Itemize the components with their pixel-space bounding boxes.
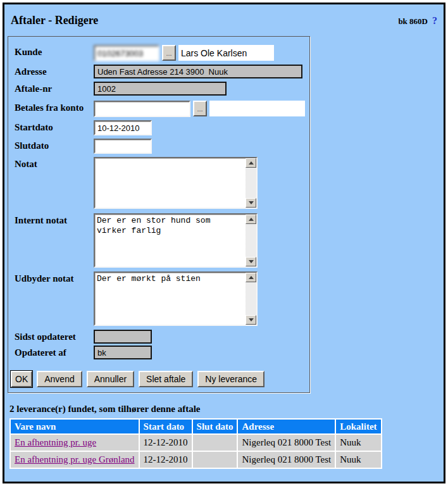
vare-navn-cell: En afhentning pr. uge: [11, 435, 139, 451]
leverance-link[interactable]: En afhentning pr. uge: [15, 437, 96, 447]
scroll-down-button[interactable]: [246, 257, 256, 266]
arrow-up-icon: [249, 218, 254, 221]
opdateret-af-label: Opdateret af: [11, 346, 94, 358]
button-row: OK Anvend Annuller Slet aftale Ny levera…: [11, 371, 307, 387]
form-row-notat: Notat: [11, 157, 307, 209]
annuller-button[interactable]: Annuller: [87, 371, 134, 387]
kunde-label: Kunde: [11, 45, 94, 58]
form-row-internt-notat: Internt notat: [11, 213, 307, 268]
column-header-start-dato: Start dato: [140, 420, 192, 433]
scroll-up-button[interactable]: [246, 273, 256, 282]
internt-notat-scrollbar: [246, 215, 256, 266]
table-row: En afhentning pr. uge Grønland 12-12-201…: [11, 452, 381, 468]
scroll-down-button[interactable]: [246, 198, 256, 208]
betales-fra-konto-name-field: [209, 101, 305, 116]
betales-fra-konto-label: Betales fra konto: [11, 101, 94, 113]
kunde-lookup-button[interactable]: ...: [162, 45, 176, 61]
form-row-startdato: Startdato: [11, 120, 307, 135]
udbyder-notat-textarea[interactable]: [95, 273, 246, 325]
form-row-betales-fra-konto: Betales fra konto ...: [11, 101, 307, 117]
start-dato-cell: 12-12-2010: [140, 452, 192, 468]
anvend-button[interactable]: Anvend: [37, 371, 82, 387]
startdato-label: Startdato: [11, 120, 94, 133]
ny-leverance-button[interactable]: Ny leverance: [197, 371, 264, 387]
scroll-up-button[interactable]: [246, 215, 256, 224]
betales-fra-konto-lookup-button[interactable]: ...: [193, 101, 207, 116]
adresse-cell: Nigerleq 021 8000 Test: [238, 435, 335, 451]
kunde-name-field: [178, 45, 274, 61]
notat-textarea[interactable]: [95, 158, 246, 208]
form-row-slutdato: Slutdato: [11, 139, 307, 154]
results-summary: 2 leverance(r) fundet, som tilhører denn…: [9, 404, 440, 414]
form-row-adresse: Adresse Uden Fast Adresse 214 3900 Nuuk: [11, 65, 307, 78]
leverance-table: Vare navn Start dato Slut dato Adresse L…: [9, 418, 382, 469]
column-header-slut-dato: Slut dato: [193, 420, 237, 433]
slutdato-input[interactable]: [94, 139, 152, 154]
scroll-up-button[interactable]: [246, 158, 256, 168]
form-row-aftale-nr: Aftale-nr 1002: [11, 82, 307, 96]
arrow-down-icon: [249, 260, 254, 263]
form-row-udbyder-notat: Udbyder notat: [11, 271, 307, 326]
slet-aftale-button[interactable]: Slet aftale: [139, 371, 193, 387]
scroll-down-button[interactable]: [246, 315, 256, 325]
main-panel: Aftaler - Redigere bk 860D ? Kunde ... A…: [3, 3, 445, 483]
arrow-down-icon: [249, 318, 254, 321]
scrollbar-track[interactable]: [246, 282, 256, 315]
udbyder-notat-textarea-wrapper: [94, 271, 258, 326]
aftale-nr-label: Aftale-nr: [11, 82, 94, 94]
form-row-opdateret-af: Opdateret af bk: [11, 346, 307, 359]
form-row-kunde: Kunde ...: [11, 45, 307, 61]
notat-scrollbar: [246, 158, 256, 208]
form-row-sidst-opdateret: Sidst opdateret: [11, 330, 307, 344]
start-dato-cell: 12-12-2010: [140, 435, 192, 451]
scrollbar-track[interactable]: [246, 168, 256, 198]
column-header-vare-navn: Vare navn: [11, 420, 139, 433]
arrow-up-icon: [249, 161, 254, 165]
slut-dato-cell: [193, 435, 237, 451]
adresse-field: Uden Fast Adresse 214 3900 Nuuk: [94, 65, 302, 78]
arrow-down-icon: [249, 201, 254, 204]
scrollbar-track[interactable]: [246, 224, 256, 257]
header-right: bk 860D ?: [398, 15, 437, 27]
column-header-adresse: Adresse: [238, 420, 335, 433]
slutdato-label: Slutdato: [11, 139, 94, 151]
notat-label: Notat: [11, 157, 94, 170]
help-icon[interactable]: ?: [432, 15, 437, 27]
internt-notat-label: Internt notat: [11, 213, 94, 226]
udbyder-notat-scrollbar: [246, 273, 256, 325]
lokalitet-cell: Nuuk: [336, 435, 380, 451]
header: Aftaler - Redigere bk 860D ?: [8, 4, 440, 27]
internt-notat-textarea-wrapper: [94, 213, 258, 268]
sidst-opdateret-field: [94, 330, 152, 344]
page-title: Aftaler - Redigere: [11, 14, 98, 27]
notat-textarea-wrapper: [94, 157, 258, 209]
udbyder-notat-label: Udbyder notat: [11, 271, 94, 284]
internt-notat-textarea[interactable]: [95, 215, 246, 266]
startdato-input[interactable]: [94, 120, 152, 135]
leverance-link[interactable]: En afhentning pr. uge Grønland: [15, 454, 135, 464]
column-header-lokalitet: Lokalitet: [336, 420, 380, 433]
table-header-row: Vare navn Start dato Slut dato Adresse L…: [11, 420, 381, 433]
user-code: bk 860D: [398, 16, 428, 27]
arrow-up-icon: [249, 276, 254, 279]
slut-dato-cell: [193, 452, 237, 468]
table-row: En afhentning pr. uge 12-12-2010 Nigerle…: [11, 435, 381, 451]
betales-fra-konto-input[interactable]: [94, 101, 190, 117]
aftale-form: Kunde ... Adresse Uden Fast Adresse 214 …: [8, 36, 310, 393]
page: Aftaler - Redigere bk 860D ? Kunde ... A…: [0, 0, 448, 486]
kunde-id-input[interactable]: [94, 45, 159, 61]
lokalitet-cell: Nuuk: [336, 452, 380, 468]
adresse-cell: Nigerleq 021 8000 Test: [238, 452, 335, 468]
adresse-label: Adresse: [11, 65, 94, 77]
vare-navn-cell: En afhentning pr. uge Grønland: [11, 452, 139, 468]
ok-button[interactable]: OK: [11, 371, 32, 387]
sidst-opdateret-label: Sidst opdateret: [11, 330, 94, 342]
aftale-nr-field: 1002: [94, 82, 227, 96]
opdateret-af-field: bk: [94, 346, 152, 359]
